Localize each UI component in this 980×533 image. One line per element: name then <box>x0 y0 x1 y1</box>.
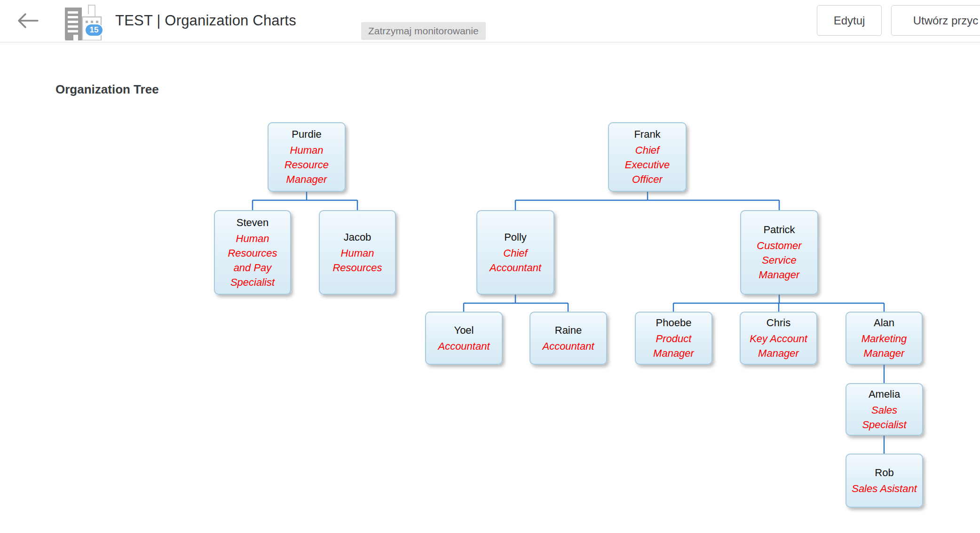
org-node-name: Polly <box>504 230 527 244</box>
back-button[interactable] <box>16 12 40 29</box>
org-node-phoebe[interactable]: Phoebe Product Manager <box>635 312 712 365</box>
org-node-name: Patrick <box>763 223 795 237</box>
org-node-name: Alan <box>874 316 894 330</box>
edit-button[interactable]: Edytuj <box>817 5 882 36</box>
org-node-amelia[interactable]: Amelia Sales Specialist <box>846 383 923 436</box>
org-node-title: Sales Specialist <box>851 403 917 432</box>
org-node-title: Chief Accountant <box>482 246 549 275</box>
org-node-frank[interactable]: Frank Chief Executive Officer <box>608 122 687 192</box>
employee-count-badge: 15 <box>85 24 103 37</box>
org-node-name: Jacob <box>344 230 371 244</box>
org-node-title: Key Account Manager <box>745 331 812 361</box>
org-node-title: Human Resources <box>324 246 390 275</box>
create-button[interactable]: Utwórz przyc <box>891 5 980 36</box>
org-node-name: Steven <box>237 216 269 230</box>
org-node-title: Accountant <box>542 339 594 353</box>
org-node-title: Marketing Manager <box>851 331 917 361</box>
org-node-title: Human Resources and Pay Specialist <box>220 231 285 290</box>
org-node-name: Amelia <box>869 387 900 401</box>
org-node-chris[interactable]: Chris Key Account Manager <box>740 312 817 365</box>
page: 15 TEST | Organization Charts Zatrzymaj … <box>0 0 980 533</box>
org-node-jacob[interactable]: Jacob Human Resources <box>319 210 396 295</box>
org-node-alan[interactable]: Alan Marketing Manager <box>846 312 923 365</box>
org-node-title: Customer Service Manager <box>746 238 813 282</box>
org-node-name: Yoel <box>454 323 474 337</box>
organization-buildings-icon: 15 <box>60 3 105 40</box>
header-bar: 15 TEST | Organization Charts Zatrzymaj … <box>0 0 980 42</box>
org-node-title: Accountant <box>438 339 490 353</box>
org-node-title: Human Resource Manager <box>273 143 340 187</box>
org-node-title: Chief Executive Officer <box>614 143 681 187</box>
back-arrow-icon <box>16 12 40 29</box>
org-node-steven[interactable]: Steven Human Resources and Pay Specialis… <box>214 210 291 295</box>
org-node-raine[interactable]: Raine Accountant <box>530 312 607 365</box>
org-node-yoel[interactable]: Yoel Accountant <box>425 312 503 365</box>
org-node-purdie[interactable]: Purdie Human Resource Manager <box>268 122 346 192</box>
org-node-polly[interactable]: Polly Chief Accountant <box>476 210 554 295</box>
org-node-name: Phoebe <box>656 316 692 330</box>
stop-monitoring-button[interactable]: Zatrzymaj monitorowanie <box>361 22 486 40</box>
org-node-name: Rob <box>875 466 893 480</box>
org-node-name: Frank <box>634 127 660 141</box>
org-node-rob[interactable]: Rob Sales Asistant <box>846 454 923 508</box>
org-node-title: Sales Asistant <box>852 481 917 496</box>
org-node-name: Chris <box>767 316 790 330</box>
page-title: TEST | Organization Charts <box>115 12 296 29</box>
org-node-title: Product Manager <box>640 331 707 361</box>
org-node-name: Raine <box>555 323 582 337</box>
org-node-name: Purdie <box>292 127 322 141</box>
org-node-patrick[interactable]: Patrick Customer Service Manager <box>740 210 818 295</box>
